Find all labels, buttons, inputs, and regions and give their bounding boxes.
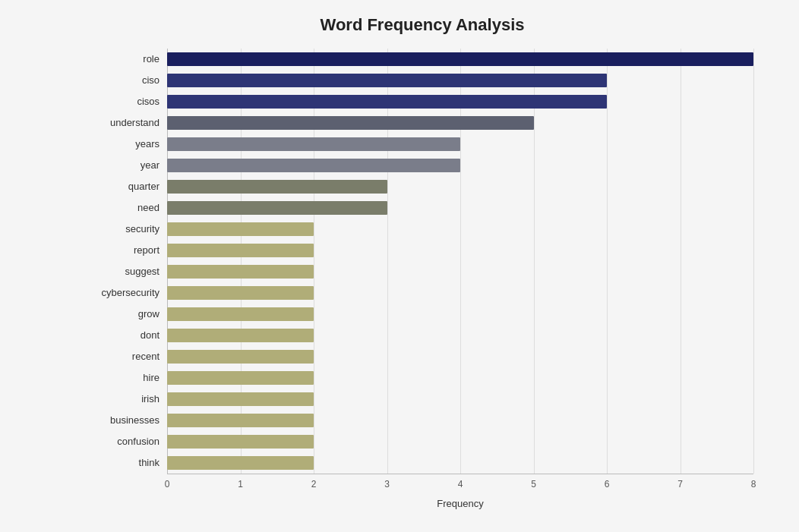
bar-label-role: role	[91, 53, 167, 65]
bar-label-quarter: quarter	[91, 181, 167, 192]
bar-label-understand: understand	[91, 117, 167, 128]
bar-label-dont: dont	[91, 329, 167, 341]
x-tick-4: 4	[458, 479, 463, 490]
bar-fill-irish	[167, 392, 314, 406]
bar-label-hire: hire	[91, 372, 167, 383]
bar-fill-report	[167, 244, 314, 257]
bar-label-years: years	[91, 138, 167, 150]
bar-label-suggest: suggest	[91, 266, 167, 277]
bar-fill-cybersecurity	[167, 286, 314, 300]
bar-fill-need	[167, 201, 387, 215]
bar-fill-role	[167, 52, 753, 66]
bar-fill-understand	[167, 116, 534, 130]
bar-label-year: year	[91, 159, 167, 171]
x-tick-0: 0	[165, 479, 170, 490]
bar-fill-think	[167, 456, 314, 470]
bar-label-ciso: ciso	[91, 74, 167, 86]
bar-label-security: security	[91, 223, 167, 235]
bar-label-need: need	[91, 202, 167, 213]
bar-fill-quarter	[167, 180, 387, 194]
bar-label-irish: irish	[91, 393, 167, 405]
bar-fill-businesses	[167, 414, 314, 427]
bar-label-cisos: cisos	[91, 96, 167, 107]
bar-fill-grow	[167, 307, 314, 321]
bar-fill-ciso	[167, 74, 607, 87]
bar-fill-cisos	[167, 95, 607, 109]
x-axis-label: Frequency	[167, 498, 753, 509]
x-tick-7: 7	[677, 479, 683, 490]
bar-label-confusion: confusion	[91, 436, 167, 447]
x-tick-1: 1	[238, 479, 243, 490]
bar-fill-dont	[167, 329, 314, 342]
bar-label-grow: grow	[91, 308, 167, 320]
bar-fill-security	[167, 222, 314, 236]
bar-fill-recent	[167, 350, 314, 364]
bar-fill-year	[167, 159, 460, 172]
bar-label-businesses: businesses	[91, 414, 167, 426]
bar-fill-years	[167, 137, 460, 151]
bar-label-report: report	[91, 244, 167, 256]
chart-container: Word Frequency Analysis rolecisocisosund…	[0, 0, 799, 532]
bar-label-think: think	[91, 457, 167, 468]
x-tick-6: 6	[605, 479, 610, 490]
x-tick-2: 2	[311, 479, 317, 490]
bar-fill-suggest	[167, 265, 314, 279]
bar-fill-hire	[167, 371, 314, 385]
x-tick-3: 3	[384, 479, 390, 490]
bar-label-recent: recent	[91, 351, 167, 362]
bar-label-cybersecurity: cybersecurity	[91, 287, 167, 298]
x-tick-5: 5	[531, 479, 536, 490]
bar-fill-confusion	[167, 435, 314, 449]
chart-title: Word Frequency Analysis	[91, 15, 753, 35]
x-tick-8: 8	[751, 479, 756, 490]
